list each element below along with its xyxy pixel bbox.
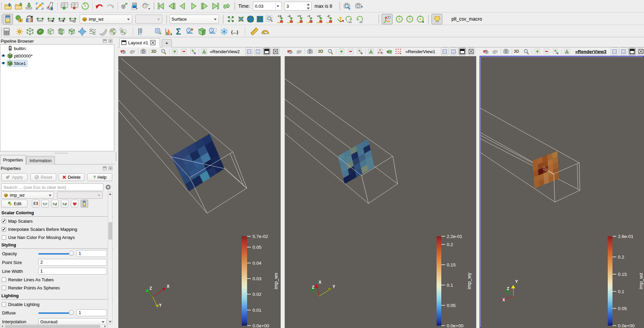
svg-text:0.1: 0.1 [618,289,624,294]
svg-text:Σ: Σ [176,27,181,36]
svg-text:-90: -90 [359,21,363,23]
svg-text:0.0e+00: 0.0e+00 [253,323,269,328]
svg-text:0.2: 0.2 [618,255,624,260]
svg-text:Z: Z [149,286,152,291]
svg-text:0.05: 0.05 [253,245,261,250]
svg-text:X: X [167,284,169,289]
svg-text:+Y: +Y [297,15,301,18]
svg-text:0.15: 0.15 [447,262,456,267]
svg-text:0.0e+00: 0.0e+00 [447,323,463,328]
svg-text:t: t [63,19,64,23]
svg-text:0.2: 0.2 [447,242,453,247]
svg-text:imp_wy: imp_wy [466,272,472,289]
svg-text:Y: Y [159,303,162,308]
svg-text:Y: Y [515,279,518,284]
svg-text:-Y: -Y [307,15,310,18]
svg-text:0.1: 0.1 [447,283,453,288]
svg-text:X: X [502,298,505,302]
svg-text:+X: +X [278,15,282,18]
svg-text:-Z: -Z [327,15,330,18]
svg-text:c: c [52,19,54,23]
svg-text:Z: Z [507,286,509,291]
svg-text:0.02: 0.02 [253,292,261,297]
svg-text:{...}: {...} [231,29,239,35]
svg-text:X: X [319,280,321,285]
svg-text:imp_wx: imp_wx [273,272,279,289]
svg-text:imp_wz: imp_wz [638,272,644,289]
svg-text:0.03: 0.03 [253,276,261,281]
svg-text:+90: +90 [347,21,352,23]
svg-text:0.15: 0.15 [618,272,627,277]
svg-text:0.05: 0.05 [447,303,456,308]
svg-text:0.04: 0.04 [253,261,262,266]
svg-text:2.2e-01: 2.2e-01 [447,234,462,239]
svg-text:0.0e+00: 0.0e+00 [618,323,635,328]
svg-text:-X: -X [287,15,291,18]
svg-text:+Z: +Z [317,15,321,18]
svg-text:0.05: 0.05 [618,306,627,311]
svg-text:5.7e-02: 5.7e-02 [253,234,268,239]
svg-text:Y: Y [333,284,335,289]
svg-text:c: c [55,203,57,206]
svg-text:Z: Z [312,285,314,290]
svg-text:2.6e-01: 2.6e-01 [618,234,633,239]
svg-text:0.01: 0.01 [253,308,261,313]
